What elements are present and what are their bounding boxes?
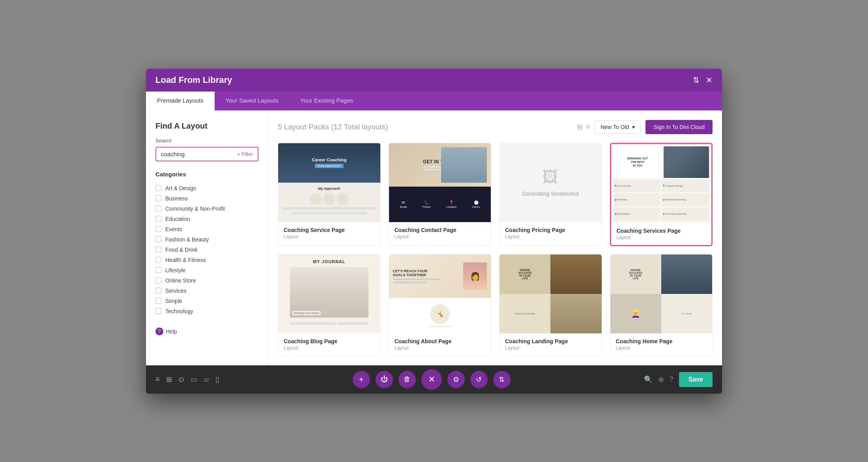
help-button[interactable]: ? Help [155,327,258,335]
layout-card-info-blog: Coaching Blog Page Layout [278,333,380,355]
toolbar-left: ≡ ⊞ ⊙ ▭ ▱ ▯ [155,375,219,384]
layout-card-name-blog: Coaching Blog Page [284,338,375,344]
toolbar-sort-button[interactable]: ⇅ [493,371,511,388]
category-technology[interactable]: Technology [155,306,258,316]
home-cell-1: DEFINESUCCESSIN YOURLIFE [610,254,661,294]
tab-premade-layouts[interactable]: Premade Layouts [146,92,215,110]
toolbar-close-button[interactable]: ✕ [421,369,442,390]
sort-icon[interactable]: ⇅ [693,75,700,85]
toolbar-help-icon[interactable]: ? [670,375,673,383]
layout-card-name-contact: Coaching Contact Page [395,227,486,233]
layout-card-home[interactable]: DEFINESUCCESSIN YOURLIFE 👱‍♀️ I'm Cindy … [610,254,713,356]
category-health[interactable]: Health & Fitness [155,255,258,265]
category-events[interactable]: Events [155,224,258,234]
toolbar-add-button[interactable]: + [353,371,370,388]
search-input[interactable] [161,151,237,157]
close-icon[interactable]: ✕ [706,75,713,85]
category-label-store: Online Store [165,277,196,284]
toolbar-menu-icon[interactable]: ≡ [155,375,160,383]
category-checkbox-education[interactable] [155,216,161,222]
category-education[interactable]: Education [155,214,258,224]
bottom-toolbar: ≡ ⊞ ⊙ ▭ ▱ ▯ + ⏻ 🗑 ✕ ⚙ ↺ ⇅ 🔍 ⊕ ? Save [146,365,722,394]
toolbar-zoom-icon[interactable]: 🔍 [644,375,653,384]
layout-card-landing[interactable]: DEFINESUCCESSIN YOURLIFE About Cindy Bra… [499,254,602,356]
layout-card-type-contact: Layout [395,234,486,239]
toolbar-tablet-icon[interactable]: ▱ [204,375,209,384]
category-checkbox-events[interactable] [155,226,161,232]
category-community[interactable]: Community & Non-Profit [155,204,258,214]
category-label-community: Community & Non-Profit [165,206,225,212]
layout-card-pricing[interactable]: 🖼 Generating Screenshot Coaching Pricing… [499,143,602,246]
services-icon-personal-coaching: Personal Coaching [662,193,709,206]
toolbar-center: + ⏻ 🗑 ✕ ⚙ ↺ ⇅ [353,369,511,390]
layout-thumb-landing: DEFINESUCCESSIN YOURLIFE About Cindy Bra… [499,254,602,333]
layout-card-type-landing: Layout [505,345,596,351]
services-thumb-text: BRINGING OUTTHE BESTIN YOU [614,146,662,178]
layout-thumb-home: DEFINESUCCESSIN YOURLIFE 👱‍♀️ I'm Cindy [610,254,713,333]
toolbar-mobile-icon[interactable]: ▯ [215,375,219,384]
category-label-simple: Simple [165,298,182,304]
layout-card-type-home: Layout [616,345,707,351]
save-button[interactable]: Save [679,372,713,387]
services-thumb-photo [664,146,709,178]
toolbar-search-icon[interactable]: ⊙ [178,375,184,384]
category-checkbox-lifestyle[interactable] [155,267,161,273]
category-fashion[interactable]: Fashion & Beauty [155,234,258,245]
category-lifestyle[interactable]: Lifestyle [155,265,258,275]
category-simple[interactable]: Simple [155,296,258,306]
filter-button[interactable]: + Filter [237,151,253,157]
category-checkbox-food[interactable] [155,247,161,253]
tab-saved-layouts[interactable]: Your Saved Layouts [215,92,290,110]
category-services[interactable]: Services [155,286,258,296]
category-label-fashion: Fashion & Beauty [165,236,209,243]
toolbar-power-button[interactable]: ⏻ [376,371,393,388]
category-checkbox-simple[interactable] [155,298,161,304]
category-checkbox-art[interactable] [155,185,161,191]
sign-in-button[interactable]: Sign In To Divi Cloud [645,120,713,134]
layout-total-text: (12 Total layouts) [331,123,388,131]
list-view-icon[interactable]: ≡ [586,123,590,131]
home-cell-3: 👱‍♀️ [610,294,661,333]
category-checkbox-business[interactable] [155,195,161,201]
category-checkbox-health[interactable] [155,257,161,263]
layout-card-contact[interactable]: GET IN TOUCH ✉Email [389,143,492,246]
placeholder-text: Generating Screenshot [522,191,579,197]
toolbar-settings-button[interactable]: ⚙ [447,371,465,388]
toolbar-layers-icon[interactable]: ⊕ [658,375,664,384]
category-business[interactable]: Business [155,193,258,204]
toolbar-grid-icon[interactable]: ⊞ [166,375,172,384]
category-checkbox-services[interactable] [155,288,161,294]
layout-thumb-contact: GET IN TOUCH ✉Email [389,143,491,222]
layout-card-name-services-selected: Coaching Services Page [617,228,706,234]
toolbar-desktop-icon[interactable]: ▭ [191,375,197,384]
chevron-down-icon: ▾ [632,124,635,130]
category-checkbox-store[interactable] [155,277,161,283]
category-label-education: Education [165,216,190,222]
modal-container: Load From Library ⇅ ✕ Premade Layouts Yo… [146,69,722,394]
category-checkbox-community[interactable] [155,206,161,211]
grid-view-icon[interactable]: ⊞ [577,123,583,131]
services-icon-self-help: Self Help [614,193,661,206]
sidebar: Find A Layout Search + Filter Categories… [146,110,268,365]
category-online-store[interactable]: Online Store [155,275,258,286]
search-label: Search [155,138,258,144]
category-art-design[interactable]: Art & Design [155,183,258,193]
layout-card-service[interactable]: Career Coaching Book Appointment My Appr… [278,143,381,246]
layout-count: 5 Layout Packs (12 Total layouts) [278,123,388,131]
toolbar-delete-button[interactable]: 🗑 [398,371,416,388]
placeholder-image-icon: 🖼 [542,168,558,186]
toolbar-history-button[interactable]: ↺ [470,371,488,388]
tab-existing-pages[interactable]: Your Existing Pages [289,92,364,110]
layout-card-services-selected[interactable]: BRINGING OUTTHE BESTIN YOU One on One Co… [610,143,713,246]
category-checkbox-fashion[interactable] [155,236,161,242]
sort-dropdown[interactable]: New To Old ▾ [595,120,641,134]
category-label-art: Art & Design [165,185,196,191]
layout-card-blog[interactable]: MY JOURNAL Working From Home Coaching Bl… [278,254,381,356]
layout-card-name-landing: Coaching Landing Page [505,338,596,344]
layout-card-about[interactable]: LET'S REACH YOURGOALS TOGETHER 👩 🤸 [389,254,492,356]
thumb-home-image: DEFINESUCCESSIN YOURLIFE 👱‍♀️ I'm Cindy [610,254,713,333]
category-food[interactable]: Food & Drink [155,245,258,255]
category-label-technology: Technology [165,308,193,314]
view-icons: ⊞ ≡ [577,123,590,131]
category-checkbox-technology[interactable] [155,308,161,314]
